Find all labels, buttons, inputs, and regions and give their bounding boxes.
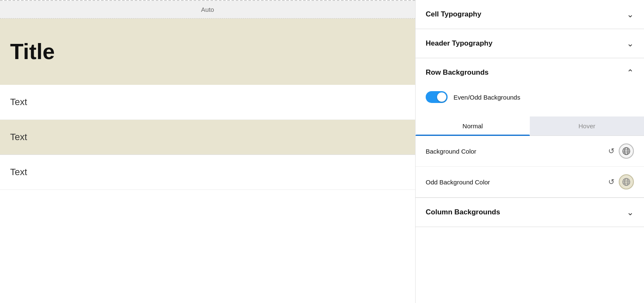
background-color-reset[interactable]: ↺ xyxy=(608,147,614,155)
background-color-actions: ↺ xyxy=(608,143,634,159)
header-typography-title: Header Typography xyxy=(426,39,492,48)
background-color-globe[interactable] xyxy=(619,143,634,159)
background-color-label: Background Color xyxy=(426,148,476,155)
cell-typography-section: Cell Typography ⌄ xyxy=(416,0,644,29)
cell-typography-chevron: ⌄ xyxy=(627,9,634,19)
row-backgrounds-content: Even/Odd Backgrounds xyxy=(416,87,644,116)
odd-background-color-actions: ↺ xyxy=(608,174,634,189)
even-odd-label: Even/Odd Backgrounds xyxy=(453,94,520,101)
odd-background-color-row: Odd Background Color ↺ xyxy=(416,167,644,197)
header-typography-chevron: ⌄ xyxy=(627,38,634,49)
normal-hover-tabbar: Normal Hover xyxy=(416,116,644,136)
preview-panel: Auto Title Text Text Text xyxy=(0,0,416,303)
header-typography-section: Header Typography ⌄ xyxy=(416,29,644,58)
even-odd-toggle[interactable] xyxy=(426,91,448,103)
column-backgrounds-section: Column Backgrounds ⌄ xyxy=(416,198,644,227)
header-typography-header[interactable]: Header Typography ⌄ xyxy=(416,29,644,58)
background-color-row: Background Color ↺ xyxy=(416,136,644,167)
row-backgrounds-title: Row Backgrounds xyxy=(426,68,488,77)
preview-text-row-3: Text xyxy=(0,155,415,190)
column-backgrounds-header[interactable]: Column Backgrounds ⌄ xyxy=(416,198,644,227)
tab-hover[interactable]: Hover xyxy=(530,116,644,135)
cell-typography-title: Cell Typography xyxy=(426,10,481,19)
preview-title: Title xyxy=(10,40,405,64)
preview-text-2: Text xyxy=(10,132,27,142)
column-backgrounds-chevron: ⌄ xyxy=(627,207,634,217)
odd-background-color-label: Odd Background Color xyxy=(426,179,490,186)
preview-text-row-2: Text xyxy=(0,120,415,155)
odd-background-color-reset[interactable]: ↺ xyxy=(608,178,614,186)
preview-text-1: Text xyxy=(10,97,27,107)
toggle-thumb xyxy=(437,92,446,102)
row-backgrounds-chevron: ⌃ xyxy=(627,68,634,78)
preview-auto-row: Auto xyxy=(0,1,415,19)
preview-title-row: Title xyxy=(0,19,415,85)
preview-text-row-1: Text xyxy=(0,85,415,120)
row-backgrounds-section: Row Backgrounds ⌃ Even/Odd Backgrounds N… xyxy=(416,58,644,198)
column-backgrounds-title: Column Backgrounds xyxy=(426,208,500,216)
toggle-track xyxy=(426,91,448,103)
preview-text-3: Text xyxy=(10,167,27,177)
auto-label: Auto xyxy=(201,6,214,13)
row-backgrounds-header[interactable]: Row Backgrounds ⌃ xyxy=(416,58,644,87)
settings-panel: Cell Typography ⌄ Header Typography ⌄ Ro… xyxy=(416,0,644,303)
cell-typography-header[interactable]: Cell Typography ⌄ xyxy=(416,0,644,29)
tab-normal[interactable]: Normal xyxy=(416,116,530,135)
odd-background-color-globe[interactable] xyxy=(619,174,634,189)
even-odd-toggle-row: Even/Odd Backgrounds xyxy=(426,87,634,110)
